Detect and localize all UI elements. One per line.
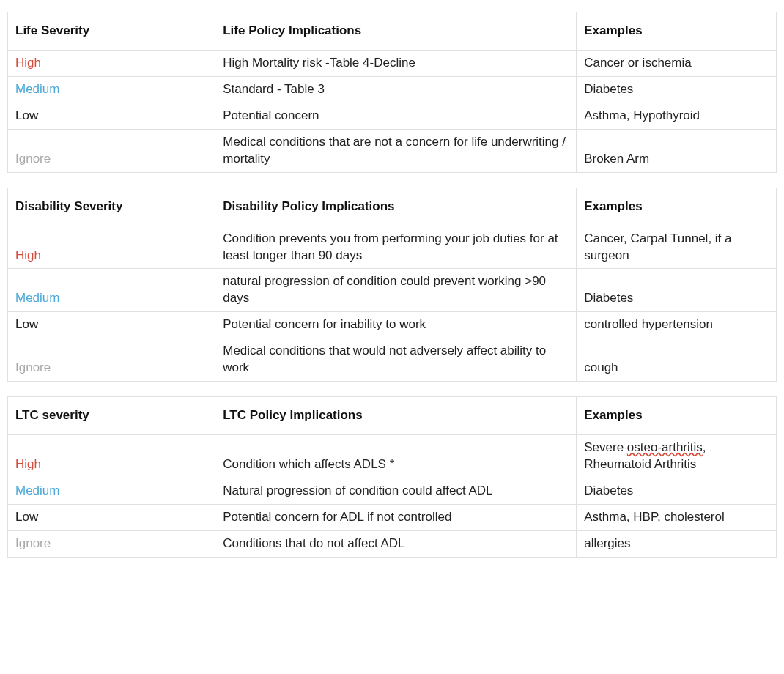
table-row: High Condition prevents you from perform… bbox=[8, 226, 777, 269]
examples-cell: Cancer or ischemia bbox=[577, 50, 777, 76]
col-header-severity: LTC severity bbox=[8, 397, 215, 435]
table-header-row: LTC severity LTC Policy Implications Exa… bbox=[8, 397, 777, 435]
severity-cell: Medium bbox=[8, 478, 215, 504]
examples-cell: Diabetes bbox=[577, 76, 777, 103]
examples-cell: allergies bbox=[577, 530, 777, 557]
severity-cell: Low bbox=[8, 103, 215, 129]
spellcheck-word: osteo-arthritis bbox=[627, 440, 703, 454]
table-header-row: Life Severity Life Policy Implications E… bbox=[8, 12, 777, 51]
implications-cell: Condition prevents you from performing y… bbox=[215, 226, 577, 269]
col-header-examples: Examples bbox=[577, 188, 777, 226]
severity-cell: Medium bbox=[8, 269, 215, 312]
examples-cell: Cancer, Carpal Tunnel, if a surgeon bbox=[577, 226, 777, 269]
examples-cell: cough bbox=[577, 338, 777, 382]
implications-cell: High Mortality risk -Table 4-Decline bbox=[215, 50, 577, 76]
table-row: Low Potential concern for ADL if not con… bbox=[8, 504, 777, 530]
col-header-implications: Disability Policy Implications bbox=[215, 188, 577, 226]
table-row: Medium natural progression of condition … bbox=[8, 269, 777, 312]
implications-cell: Conditions that do not affect ADL bbox=[215, 530, 577, 557]
implications-cell: natural progression of condition could p… bbox=[215, 269, 577, 312]
table-row: High Condition which affects ADLS * Seve… bbox=[8, 435, 777, 478]
col-header-implications: Life Policy Implications bbox=[215, 12, 577, 51]
table-header-row: Disability Severity Disability Policy Im… bbox=[8, 188, 777, 226]
severity-cell: High bbox=[8, 435, 215, 478]
table-row: Ignore Medical conditions that would not… bbox=[8, 338, 777, 382]
severity-cell: Ignore bbox=[8, 530, 215, 557]
examples-cell: Asthma, HBP, cholesterol bbox=[577, 504, 777, 530]
examples-cell: Broken Arm bbox=[577, 129, 777, 172]
severity-cell: High bbox=[8, 50, 215, 76]
severity-cell: High bbox=[8, 226, 215, 269]
table-row: Low Potential concern for inability to w… bbox=[8, 312, 777, 338]
col-header-examples: Examples bbox=[577, 397, 777, 435]
col-header-examples: Examples bbox=[577, 12, 777, 51]
implications-cell: Potential concern for ADL if not control… bbox=[215, 504, 577, 530]
severity-cell: Low bbox=[8, 312, 215, 338]
implications-cell: Natural progression of condition could a… bbox=[215, 478, 577, 504]
severity-cell: Medium bbox=[8, 76, 215, 103]
table-row: Medium Standard - Table 3 Diabetes bbox=[8, 76, 777, 103]
ltc-severity-table: LTC severity LTC Policy Implications Exa… bbox=[7, 396, 777, 558]
table-row: Ignore Medical conditions that are not a… bbox=[8, 129, 777, 172]
implications-cell: Medical conditions that would not advers… bbox=[215, 338, 577, 382]
life-severity-table: Life Severity Life Policy Implications E… bbox=[7, 12, 777, 173]
disability-severity-table: Disability Severity Disability Policy Im… bbox=[7, 188, 777, 382]
examples-cell: Severe osteo-arthritis, Rheumatoid Arthr… bbox=[577, 435, 777, 478]
examples-cell: Diabetes bbox=[577, 269, 777, 312]
implications-cell: Standard - Table 3 bbox=[215, 76, 577, 103]
examples-cell: Diabetes bbox=[577, 478, 777, 504]
examples-cell: Asthma, Hypothyroid bbox=[577, 103, 777, 129]
table-row: Ignore Conditions that do not affect ADL… bbox=[8, 530, 777, 557]
examples-cell: controlled hypertension bbox=[577, 312, 777, 338]
implications-cell: Potential concern bbox=[215, 103, 577, 129]
col-header-implications: LTC Policy Implications bbox=[215, 397, 577, 435]
table-row: Low Potential concern Asthma, Hypothyroi… bbox=[8, 103, 777, 129]
implications-cell: Medical conditions that are not a concer… bbox=[215, 129, 577, 172]
severity-cell: Ignore bbox=[8, 338, 215, 382]
col-header-severity: Life Severity bbox=[8, 12, 215, 51]
table-row: Medium Natural progression of condition … bbox=[8, 478, 777, 504]
severity-cell: Ignore bbox=[8, 129, 215, 172]
table-row: High High Mortality risk -Table 4-Declin… bbox=[8, 50, 777, 76]
col-header-severity: Disability Severity bbox=[8, 188, 215, 226]
implications-cell: Condition which affects ADLS * bbox=[215, 435, 577, 478]
implications-cell: Potential concern for inability to work bbox=[215, 312, 577, 338]
severity-cell: Low bbox=[8, 504, 215, 530]
